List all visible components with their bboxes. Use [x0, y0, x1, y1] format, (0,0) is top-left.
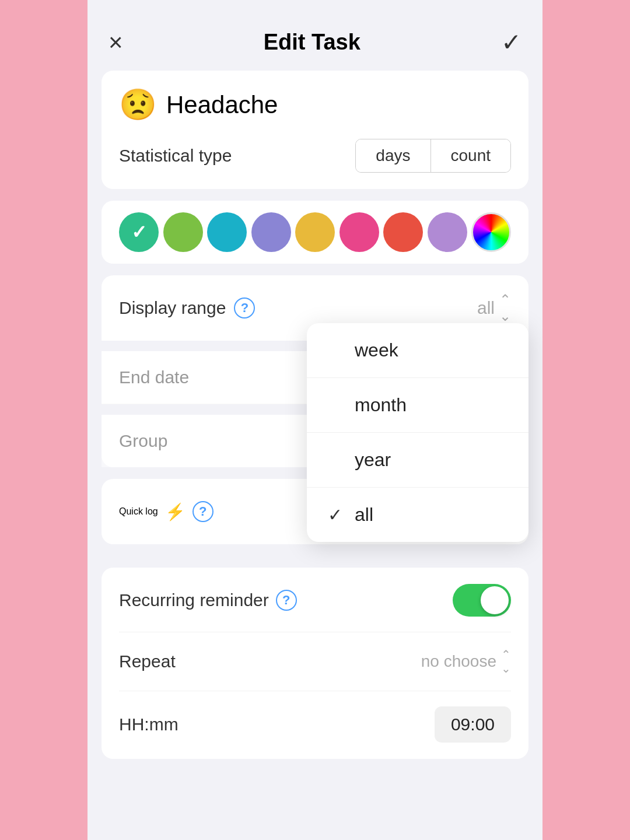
display-range-value[interactable]: all ⌃⌄ — [477, 292, 511, 324]
color-pink[interactable] — [340, 212, 379, 252]
color-purple[interactable] — [428, 212, 467, 252]
display-range-info-icon[interactable]: ? — [234, 298, 255, 318]
recurring-reminder-label: Recurring reminder — [119, 590, 269, 610]
group-label: Group — [119, 431, 167, 451]
stat-days-button[interactable]: days — [356, 139, 430, 172]
repeat-current: no choose — [421, 652, 496, 671]
recurring-reminder-row: Recurring reminder ? — [119, 584, 511, 632]
color-picker — [102, 201, 528, 264]
time-value[interactable]: 09:00 — [435, 706, 511, 743]
stat-count-button[interactable]: count — [431, 139, 511, 172]
segmented-control: days count — [355, 139, 511, 173]
repeat-label: Repeat — [119, 652, 176, 671]
week-label: week — [355, 340, 398, 361]
task-name-row: 😟 Headache — [119, 87, 511, 123]
color-green[interactable] — [163, 212, 203, 252]
dropdown-item-all[interactable]: ✓ all — [307, 488, 528, 542]
all-label: all — [355, 504, 373, 526]
quick-log-label-wrap: Quick log ⚡ ? — [119, 501, 214, 522]
all-checkmark: ✓ — [328, 505, 345, 525]
page-title: Edit Task — [264, 30, 360, 55]
dropdown-item-week[interactable]: week — [307, 323, 528, 378]
display-range-label-wrap: Display range ? — [119, 298, 255, 318]
year-checkmark — [328, 450, 345, 470]
display-range-card: Display range ? all ⌃⌄ week month year — [102, 275, 528, 467]
recurring-reminder-toggle-knob — [481, 586, 509, 614]
quick-log-info-icon[interactable]: ? — [192, 501, 214, 522]
display-range-dropdown: week month year ✓ all — [307, 323, 528, 542]
statistical-type-label: Statistical type — [119, 146, 232, 166]
quick-log-emoji: ⚡ — [165, 502, 186, 522]
color-cyan[interactable] — [207, 212, 247, 252]
repeat-row[interactable]: Repeat no choose ⌃⌄ — [119, 632, 511, 691]
quick-log-label: Quick log — [119, 506, 158, 517]
close-button[interactable]: × — [108, 29, 123, 57]
dropdown-item-month[interactable]: month — [307, 378, 528, 433]
task-name[interactable]: Headache — [166, 91, 278, 119]
color-yellow[interactable] — [295, 212, 335, 252]
dropdown-item-year[interactable]: year — [307, 433, 528, 488]
color-teal[interactable] — [119, 212, 159, 252]
header: × Edit Task ✓ — [88, 0, 542, 71]
task-name-card: 😟 Headache Statistical type days count — [102, 71, 528, 189]
week-checkmark — [328, 341, 345, 360]
repeat-value[interactable]: no choose ⌃⌄ — [421, 648, 511, 676]
spacer-2 — [88, 556, 542, 568]
repeat-chevron: ⌃⌄ — [501, 648, 511, 676]
recurring-reminder-label-wrap: Recurring reminder ? — [119, 590, 297, 611]
end-date-label: End date — [119, 368, 189, 387]
year-label: year — [355, 449, 391, 471]
task-emoji: 😟 — [119, 87, 157, 123]
confirm-button[interactable]: ✓ — [501, 28, 522, 57]
color-rainbow[interactable] — [471, 212, 511, 252]
time-label: HH:mm — [119, 715, 178, 734]
color-blue-purple[interactable] — [251, 212, 291, 252]
display-range-label: Display range — [119, 298, 226, 318]
color-red[interactable] — [383, 212, 423, 252]
recurring-reminder-toggle[interactable] — [453, 584, 511, 617]
display-range-chevron: ⌃⌄ — [499, 292, 511, 324]
recurring-card: Recurring reminder ? Repeat no choose ⌃⌄… — [102, 568, 528, 759]
statistical-type-row: Statistical type days count — [119, 139, 511, 173]
month-checkmark — [328, 396, 345, 415]
time-row: HH:mm 09:00 — [119, 691, 511, 743]
month-label: month — [355, 394, 407, 416]
display-range-current: all — [477, 298, 495, 318]
recurring-reminder-info-icon[interactable]: ? — [276, 590, 297, 611]
